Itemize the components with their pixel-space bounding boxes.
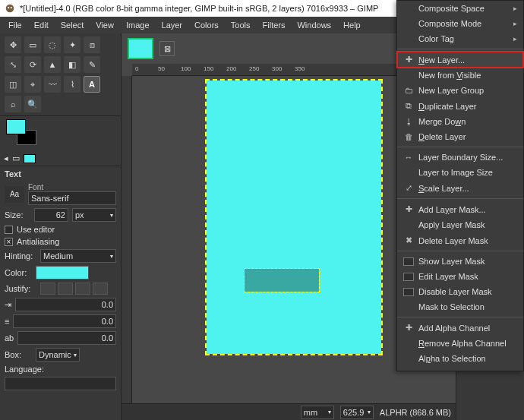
menu-layer-to-image-size[interactable]: Layer to Image Size (397, 165, 523, 180)
menu-filters[interactable]: Filters (257, 19, 291, 31)
menu-colors[interactable]: Colors (189, 19, 224, 31)
line-spacing-icon: ≡ (5, 317, 9, 326)
left-dock: ✥ ▭ ◌ ✦ ⧈ ⤡ ⟳ ▲ ◧ ✎ ◫ ⌖ 〰 ⌇ A ⌕ 🔍 ◂ ▭ (0, 33, 122, 420)
menu-new-layer-group[interactable]: 🗀New Layer Group (397, 83, 523, 98)
antialias-checkbox[interactable] (5, 238, 13, 246)
menu-image[interactable]: Image (121, 19, 155, 31)
zoom-select[interactable]: 625.9▾ (340, 406, 374, 419)
menu-file[interactable]: File (3, 19, 27, 31)
tool-move[interactable]: ✥ (5, 36, 21, 53)
menu-merge-down[interactable]: ⭳Merge Down (397, 114, 523, 129)
tool-zoom[interactable]: 🔍 (24, 96, 41, 112)
menu-windows[interactable]: Windows (292, 19, 336, 31)
menu-duplicate-layer[interactable]: ⧉Duplicate Layer (397, 98, 523, 114)
tool-rect-select[interactable]: ▭ (24, 36, 41, 53)
font-aa-badge[interactable]: Aa (5, 186, 24, 203)
font-input[interactable]: Sans-serif (28, 191, 116, 205)
menu-edit-layer-mask: Edit Layer Mask (397, 269, 523, 284)
hinting-label: Hinting: (5, 251, 36, 261)
tool-color-picker[interactable]: ⌕ (5, 96, 21, 112)
menu-add-alpha-channel: ✚Add Alpha Channel (397, 320, 523, 336)
image-tab-thumbnail[interactable] (128, 38, 153, 59)
tool-transform[interactable]: ⤡ (5, 56, 21, 73)
ruler-unit-select[interactable]: mm▾ (301, 406, 334, 419)
svg-point-1 (8, 7, 9, 8)
active-color-chip[interactable] (24, 154, 36, 163)
toolbox: ✥ ▭ ◌ ✦ ⧈ ⤡ ⟳ ▲ ◧ ✎ ◫ ⌖ 〰 ⌇ A ⌕ 🔍 (0, 33, 121, 116)
svg-point-2 (11, 7, 12, 8)
ruler-tick: 300 (272, 65, 282, 72)
layer-context-menu: Composite Space▸ Composite Mode▸ Color T… (396, 0, 524, 371)
size-unit-select[interactable]: px▾ (72, 208, 116, 222)
menu-layer-boundary-size[interactable]: ↔Layer Boundary Size... (397, 150, 523, 165)
text-color-button[interactable] (36, 266, 89, 279)
language-label: Language: (5, 365, 50, 374)
tab-close-button[interactable]: ⊠ (159, 41, 175, 56)
justify-center-button[interactable] (75, 283, 90, 295)
app-icon (5, 3, 15, 14)
ruler-tick: 350 (295, 65, 305, 72)
color-swatches (0, 116, 121, 151)
selection-marquee[interactable] (245, 269, 319, 292)
menu-alpha-to-selection[interactable]: Alpha to Selection (397, 351, 523, 366)
font-label: Font (28, 183, 116, 191)
menu-select[interactable]: Select (55, 19, 90, 31)
language-input[interactable] (5, 377, 116, 390)
color-label: Color: (5, 268, 32, 277)
tool-text[interactable]: A (84, 76, 100, 93)
indent-input[interactable]: 0.0 (15, 298, 116, 311)
size-label: Size: (5, 210, 30, 219)
menu-new-from-visible[interactable]: New from Visible (397, 68, 523, 83)
menu-view[interactable]: View (90, 19, 119, 31)
use-editor-checkbox[interactable] (5, 226, 13, 234)
arrow-left-icon[interactable]: ◂ (4, 153, 8, 163)
dock-tabs: ◂ ▭ (0, 151, 121, 166)
menu-scale-layer[interactable]: ⤢Scale Layer... (397, 180, 523, 196)
ruler-tick: 50 (158, 65, 165, 72)
menu-disable-layer-mask: Disable Layer Mask (397, 284, 523, 299)
ruler-tick: 100 (181, 65, 191, 72)
menu-color-tag[interactable]: Color Tag▸ (397, 31, 523, 46)
ruler-tick: 250 (249, 65, 259, 72)
menu-new-layer[interactable]: ✚New Layer... (397, 52, 523, 68)
justify-label: Justify: (5, 284, 36, 293)
justify-right-button[interactable] (58, 283, 73, 295)
tool-smudge[interactable]: 〰 (44, 76, 61, 93)
menu-delete-layer[interactable]: 🗑Delete Layer (397, 129, 523, 144)
menu-edit[interactable]: Edit (29, 19, 54, 31)
line-spacing-input[interactable]: 0.0 (13, 314, 116, 328)
menu-composite-space[interactable]: Composite Space▸ (397, 1, 523, 16)
size-input[interactable]: 62 (34, 208, 68, 222)
menu-composite-mode[interactable]: Composite Mode▸ (397, 16, 523, 31)
tool-path[interactable]: ⌇ (64, 76, 80, 93)
menu-add-layer-mask[interactable]: ✚Add Layer Mask... (397, 201, 523, 217)
tool-warp[interactable]: ⟳ (24, 56, 41, 73)
tool-clone[interactable]: ⌖ (24, 76, 41, 93)
ruler-tick: 200 (226, 65, 236, 72)
menu-apply-layer-mask: Apply Layer Mask (397, 217, 523, 232)
tool-pencil[interactable]: ✎ (84, 56, 100, 73)
box-select[interactable]: Dynamic▾ (36, 348, 80, 362)
tool-bucket[interactable]: ▲ (44, 56, 61, 73)
menu-remove-alpha-channel[interactable]: Remove Alpha Channel (397, 336, 523, 351)
svg-point-0 (6, 5, 14, 13)
justify-fill-button[interactable] (93, 283, 108, 295)
menu-tools[interactable]: Tools (226, 19, 256, 31)
antialias-label: Antialiasing (17, 237, 59, 246)
ruler-vertical[interactable] (122, 76, 132, 403)
letter-spacing-input[interactable]: 0.0 (17, 331, 116, 345)
canvas[interactable] (207, 81, 381, 354)
tool-crop[interactable]: ⧈ (84, 36, 100, 53)
tool-eraser[interactable]: ◫ (5, 76, 21, 93)
letter-spacing-icon: ab (5, 333, 14, 343)
menu-layer[interactable]: Layer (156, 19, 188, 31)
tool-options-tab-icon[interactable]: ▭ (12, 153, 20, 163)
use-editor-label: Use editor (17, 225, 55, 234)
tool-fuzzy-select[interactable]: ✦ (64, 36, 80, 53)
tool-free-select[interactable]: ◌ (44, 36, 61, 53)
justify-left-button[interactable] (40, 283, 55, 295)
menu-help[interactable]: Help (338, 19, 366, 31)
fg-color-swatch[interactable] (6, 119, 26, 134)
hinting-select[interactable]: Medium▾ (40, 249, 116, 263)
tool-gradient[interactable]: ◧ (64, 56, 80, 73)
